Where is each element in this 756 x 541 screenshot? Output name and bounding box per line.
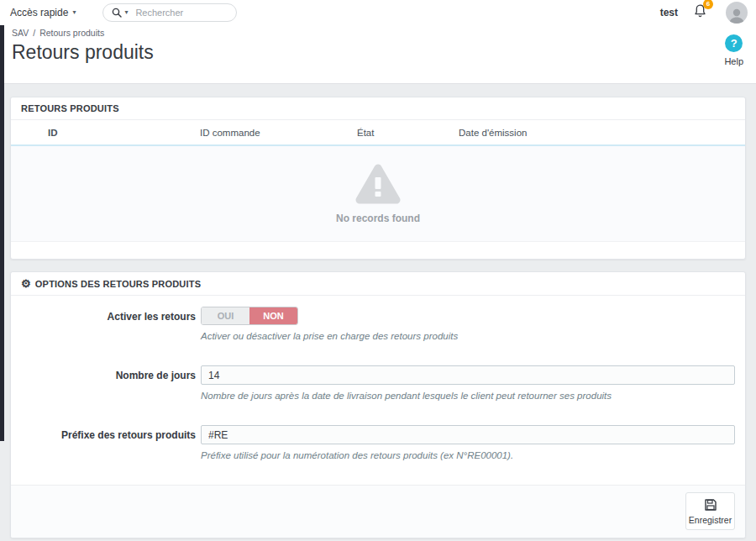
- days-help: Nombre de jours après la date de livrais…: [201, 391, 735, 401]
- returns-panel: RETOURS PRODUITS ID ID commande État Dat…: [10, 97, 746, 260]
- person-icon: [727, 7, 746, 24]
- gears-icon: ⚙: [21, 278, 31, 289]
- options-panel: ⚙ OPTIONS DES RETOURS PRODUITS Activer l…: [10, 271, 746, 538]
- search-box[interactable]: ▾: [102, 3, 237, 22]
- warning-triangle-icon: [354, 163, 402, 205]
- help-icon: ?: [725, 34, 743, 52]
- returns-panel-title: RETOURS PRODUITS: [11, 97, 745, 120]
- form-row-prefix: Préfixe des retours produits Préfixe uti…: [11, 425, 745, 473]
- breadcrumb: SAV / Retours produits: [12, 28, 744, 38]
- form-row-days: Nombre de jours Nombre de jours après la…: [11, 365, 745, 413]
- form-row-enable-returns: Activer les retours OUI NON Activer ou d…: [11, 307, 745, 354]
- save-button-label: Enregistrer: [689, 515, 732, 525]
- page-title: Retours produits: [12, 41, 744, 64]
- main-content: RETOURS PRODUITS ID ID commande État Dat…: [0, 84, 756, 538]
- column-header-state[interactable]: État: [357, 128, 374, 138]
- options-form: Activer les retours OUI NON Activer ou d…: [11, 296, 745, 473]
- save-floppy-icon: [704, 498, 717, 512]
- empty-message: No records found: [336, 213, 420, 224]
- column-header-date[interactable]: Date d'émission: [459, 128, 527, 138]
- username[interactable]: test: [660, 7, 678, 18]
- breadcrumb-page: Retours produits: [39, 28, 104, 38]
- prefix-help: Préfixe utilisé pour la numérotation des…: [201, 450, 735, 460]
- save-button[interactable]: Enregistrer: [685, 492, 735, 530]
- notifications-button[interactable]: 6: [693, 3, 707, 22]
- breadcrumb-section[interactable]: SAV: [12, 28, 29, 38]
- enable-returns-help: Activer ou désactiver la prise en charge…: [201, 331, 735, 341]
- quick-access-menu[interactable]: Accès rapide ▾: [10, 7, 76, 18]
- collapsed-sidebar[interactable]: [0, 25, 4, 441]
- avatar[interactable]: [726, 2, 748, 24]
- quick-access-label: Accès rapide: [10, 7, 68, 18]
- topbar: Accès rapide ▾ ▾ test 6: [0, 0, 756, 25]
- switch-option-no[interactable]: NON: [249, 307, 297, 324]
- prefix-input[interactable]: [201, 425, 735, 444]
- search-caret-down-icon[interactable]: ▾: [124, 9, 128, 16]
- column-header-order-id[interactable]: ID commande: [200, 128, 260, 138]
- list-footer: [11, 242, 745, 259]
- options-panel-heading: ⚙ OPTIONS DES RETOURS PRODUITS: [11, 272, 745, 296]
- page-header: SAV / Retours produits Retours produits …: [0, 25, 756, 84]
- options-panel-footer: Enregistrer: [11, 485, 745, 538]
- prefix-label: Préfixe des retours produits: [11, 425, 196, 473]
- options-panel-title: OPTIONS DES RETOURS PRODUITS: [35, 279, 201, 289]
- help-label: Help: [724, 56, 743, 66]
- days-label: Nombre de jours: [11, 365, 196, 413]
- column-header-id[interactable]: ID: [48, 128, 58, 138]
- search-input[interactable]: [134, 7, 228, 18]
- caret-down-icon: ▾: [72, 9, 76, 16]
- days-input[interactable]: [201, 365, 735, 385]
- breadcrumb-separator: /: [33, 28, 35, 38]
- help-button[interactable]: ? Help: [724, 34, 743, 66]
- search-icon: [112, 8, 122, 18]
- empty-state: No records found: [11, 146, 745, 242]
- enable-returns-label: Activer les retours: [11, 307, 196, 354]
- notification-badge: 6: [703, 0, 713, 9]
- switch-option-yes[interactable]: OUI: [202, 307, 249, 324]
- enable-returns-switch: OUI NON: [201, 307, 298, 325]
- returns-table-header: ID ID commande État Date d'émission: [11, 120, 745, 146]
